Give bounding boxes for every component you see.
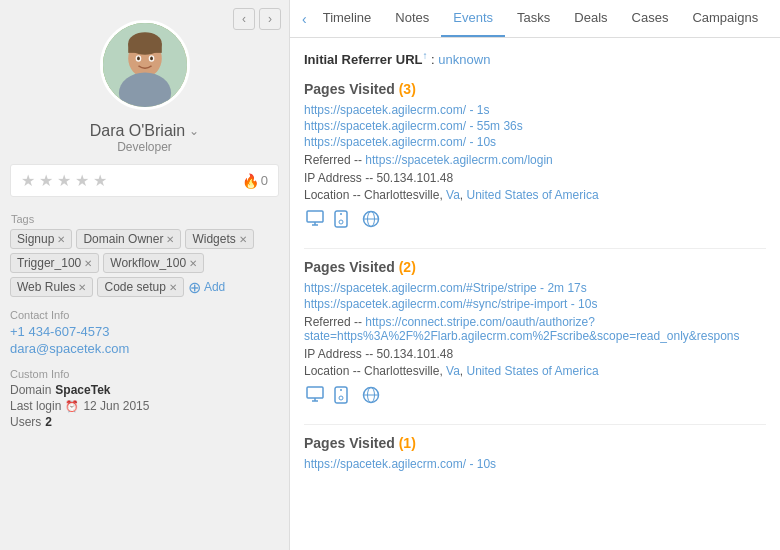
ip-row-2: IP Address -- 50.134.101.48 (304, 347, 766, 361)
star-1[interactable]: ★ (21, 171, 35, 190)
add-circle-icon: ⊕ (188, 278, 201, 297)
page-link-2-2[interactable]: https://spacetek.agilecrm.com/#sync/stri… (304, 297, 766, 311)
visit-block-2: Pages Visited (2) https://spacetek.agile… (304, 259, 766, 406)
tag-signup-close[interactable]: ✕ (57, 234, 65, 245)
location-country-2[interactable]: United States of America (467, 364, 599, 378)
referred-link-2[interactable]: https://connect.stripe.com/oauth/authori… (304, 315, 740, 343)
monitor-icon-2 (304, 384, 326, 406)
tabs-bar: ‹ Timeline Notes Events Tasks Deals Case… (290, 0, 780, 38)
referrer-value[interactable]: unknown (438, 52, 490, 67)
svg-point-16 (340, 213, 342, 215)
tab-timeline[interactable]: Timeline (311, 0, 384, 37)
device-icons-1 (304, 208, 766, 230)
svg-rect-20 (307, 387, 323, 398)
tag-workflow100: Workflow_100 ✕ (103, 253, 204, 273)
tag-workflow100-close[interactable]: ✕ (189, 258, 197, 269)
contact-name: Dara O'Briain (90, 122, 186, 140)
fire-icon: 🔥 (242, 173, 259, 189)
page-link-1-2[interactable]: https://spacetek.agilecrm.com/ - 55m 36s (304, 119, 766, 133)
star-5[interactable]: ★ (93, 171, 107, 190)
star-2[interactable]: ★ (39, 171, 53, 190)
device-icons-2 (304, 384, 766, 406)
tag-domain-owner: Domain Owner ✕ (76, 229, 181, 249)
last-login-row: Last login ⏰ 12 Jun 2015 (10, 399, 279, 413)
tag-webrules-close[interactable]: ✕ (78, 282, 86, 293)
divider-2 (304, 424, 766, 425)
visit-header-3: Pages Visited (1) (304, 435, 766, 451)
tab-cases[interactable]: Cases (620, 0, 681, 37)
next-arrow[interactable]: › (259, 8, 281, 30)
visit-header-1: Pages Visited (3) (304, 81, 766, 97)
contact-phone[interactable]: +1 434-607-4573 (10, 324, 279, 339)
svg-point-10 (150, 57, 153, 61)
dropdown-icon[interactable]: ⌄ (189, 124, 199, 138)
users-row: Users 2 (10, 415, 279, 429)
stars-row: ★ ★ ★ ★ ★ 🔥 0 (10, 164, 279, 197)
ip-row-1: IP Address -- 50.134.101.48 (304, 171, 766, 185)
fire-count: 0 (261, 173, 268, 188)
tag-codesetup-close[interactable]: ✕ (169, 282, 177, 293)
referrer-label: Initial Referrer URL (304, 52, 422, 67)
referred-row-2: Referred -- https://connect.stripe.com/o… (304, 315, 766, 343)
visit-block-1: Pages Visited (3) https://spacetek.agile… (304, 81, 766, 230)
svg-point-15 (339, 220, 343, 224)
tab-deals[interactable]: Deals (562, 0, 619, 37)
tag-trigger100-close[interactable]: ✕ (84, 258, 92, 269)
location-state-2[interactable]: Va (446, 364, 460, 378)
domain-label: Domain (10, 383, 51, 397)
globe-icon-2 (360, 384, 382, 406)
tab-notes[interactable]: Notes (383, 0, 441, 37)
visit-count-1: (3) (399, 81, 416, 97)
custom-info-label: Custom Info (10, 368, 279, 380)
referred-link-1[interactable]: https://spacetek.agilecrm.com/login (365, 153, 552, 167)
page-link-3-1[interactable]: https://spacetek.agilecrm.com/ - 10s (304, 457, 766, 471)
tags-container: Signup ✕ Domain Owner ✕ Widgets ✕ Trigge… (10, 229, 279, 297)
last-login-label: Last login (10, 399, 61, 413)
tag-codesetup: Code setup ✕ (97, 277, 183, 297)
avatar (100, 20, 190, 110)
divider-1 (304, 248, 766, 249)
contact-info-label: Contact Info (10, 309, 279, 321)
domain-value: SpaceTek (55, 383, 110, 397)
location-row-2: Location -- Charlottesville, Va, United … (304, 364, 766, 378)
add-tag-button[interactable]: ⊕ Add (188, 277, 225, 297)
star-4[interactable]: ★ (75, 171, 89, 190)
tab-prev-arrow[interactable]: ‹ (298, 0, 311, 37)
visit-count-3: (1) (399, 435, 416, 451)
tag-widgets-close[interactable]: ✕ (239, 234, 247, 245)
referrer-colon: : (427, 52, 438, 67)
add-tag-label: Add (204, 280, 225, 294)
tag-webrules: Web Rules ✕ (10, 277, 93, 297)
svg-point-24 (339, 396, 343, 400)
svg-point-25 (340, 389, 342, 391)
referrer-row: Initial Referrer URL↑ : unknown (304, 50, 766, 67)
name-row: Dara O'Briain ⌄ (90, 122, 200, 140)
monitor-icon-1 (304, 208, 326, 230)
tab-campaigns[interactable]: Campaigns (680, 0, 770, 37)
nav-arrows: ‹ › (233, 8, 281, 30)
prev-arrow[interactable]: ‹ (233, 8, 255, 30)
page-link-1-3[interactable]: https://spacetek.agilecrm.com/ - 10s (304, 135, 766, 149)
fire-badge: 🔥 0 (242, 173, 268, 189)
location-state-1[interactable]: Va (446, 188, 460, 202)
page-link-1-1[interactable]: https://spacetek.agilecrm.com/ - 1s (304, 103, 766, 117)
visit-count-2: (2) (399, 259, 416, 275)
users-value: 2 (45, 415, 52, 429)
tab-events[interactable]: Events (441, 0, 505, 37)
contact-email[interactable]: dara@spacetek.com (10, 341, 279, 356)
location-row-1: Location -- Charlottesville, Va, United … (304, 188, 766, 202)
star-3[interactable]: ★ (57, 171, 71, 190)
tab-tasks[interactable]: Tasks (505, 0, 562, 37)
right-panel: ‹ Timeline Notes Events Tasks Deals Case… (290, 0, 780, 550)
page-link-2-1[interactable]: https://spacetek.agilecrm.com/#Stripe/st… (304, 281, 766, 295)
globe-icon-1 (360, 208, 382, 230)
visit-header-2: Pages Visited (2) (304, 259, 766, 275)
tag-widgets: Widgets ✕ (185, 229, 253, 249)
location-country-1[interactable]: United States of America (467, 188, 599, 202)
domain-row: Domain SpaceTek (10, 383, 279, 397)
tag-domain-owner-close[interactable]: ✕ (166, 234, 174, 245)
content-area: Initial Referrer URL↑ : unknown Pages Vi… (290, 38, 780, 550)
visit-block-3: Pages Visited (1) https://spacetek.agile… (304, 435, 766, 471)
tag-signup: Signup ✕ (10, 229, 72, 249)
referred-row-1: Referred -- https://spacetek.agilecrm.co… (304, 153, 766, 167)
